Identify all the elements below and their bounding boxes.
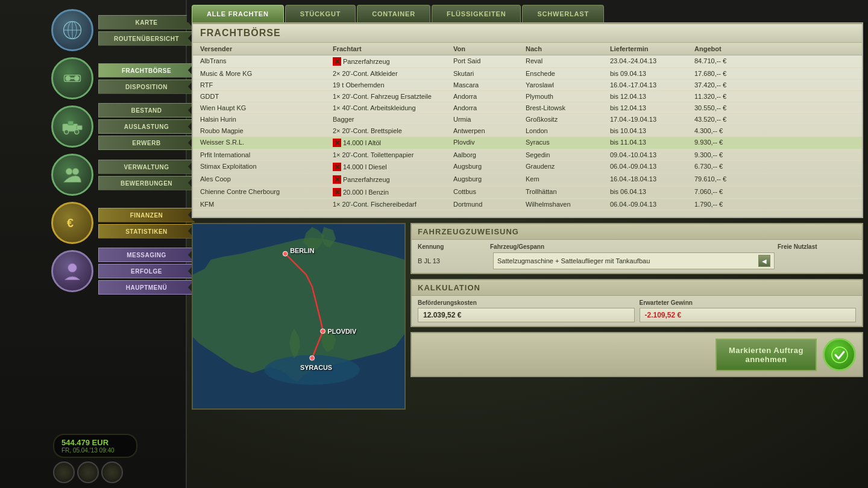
cell-nach: London [526,127,610,134]
svg-point-19 [283,251,288,256]
nav-btn-bewerbungen[interactable]: BEWERBUNGEN [98,176,195,190]
tab-schwerlast[interactable]: SCHWERLAST [522,5,604,22]
nav-btn-auslastung[interactable]: AUSLASTUNG [98,119,195,134]
cell-frachtart: ✕Panzerfahrzeug [333,57,453,66]
svg-point-11 [75,130,79,134]
cell-nach: Wilhelmshaven [526,201,610,208]
cell-nach: Plymouth [526,93,610,100]
freight-table[interactable]: AlbTrans ✕Panzerfahrzeug Port Said Reval… [193,55,862,217]
nav-btn-verwaltung[interactable]: VERWALTUNG [98,160,195,174]
nav-btn-hauptmenu[interactable]: HAUPTMENÜ [98,280,195,295]
nav-icon-map[interactable] [51,9,93,51]
svg-point-13 [66,168,72,175]
table-row[interactable]: Wien Haupt KG 1× 40'-Cont. Arbeitskleidu… [193,102,862,114]
cell-angebot: 4.300,-- € [694,127,755,134]
nav-section-map: KARTE ROUTENÜBERSICHT [0,9,186,51]
money-area: 544.479 EUR FR, 05.04.'13 09:40 [53,434,137,483]
table-row[interactable]: RTF 19 t Oberhemden Mascara Yaroslawl 16… [193,80,862,91]
svg-point-5 [74,76,80,81]
nav-btn-karte[interactable]: KARTE [98,15,195,30]
nav-btn-routenuebersicht[interactable]: ROUTENÜBERSICHT [98,31,195,46]
cell-versender: Chienne Contre Cherbourg [200,188,333,196]
danger-icon: ✕ [333,139,341,147]
cell-frachtart: 1× 40'-Cont. Arbeitskleidung [333,104,453,111]
cell-termin: bis 12.04.13 [610,104,694,111]
tab-container[interactable]: CONTAINER [357,5,430,22]
nav-labels-freight: FRACHTBÖRSE DISPOSITION [98,63,195,94]
nav-btn-frachtboerse[interactable]: FRACHTBÖRSE [98,63,195,78]
nav-icon-finance[interactable]: € [51,202,93,244]
accept-circle-btn[interactable] [823,338,856,371]
control-btn-1[interactable] [53,461,75,483]
accept-button[interactable]: Markierten Auftrag annehmen [715,339,817,371]
cell-nach: Großkositz [526,116,610,123]
cell-nach: Reval [526,57,610,66]
kalk-gewinn-label: Erwarteter Gewinn [640,299,857,306]
table-row[interactable]: Music & More KG 2× 20'-Cont. Altkleider … [193,68,862,80]
cell-angebot: 84.710,-- € [694,57,755,66]
control-btn-3[interactable] [101,461,123,483]
vehicle-nav-btn[interactable]: ◀ [758,255,770,267]
table-row[interactable]: AlbTrans ✕Panzerfahrzeug Port Said Reval… [193,55,862,68]
nav-btn-statistiken[interactable]: STATISTIKEN [98,224,195,239]
svg-text:€: € [67,216,74,230]
cell-versender: Prfit International [200,151,333,158]
cell-versender: AlbTrans [200,57,333,66]
nav-btn-bestand[interactable]: BESTAND [98,103,195,117]
cell-von: Augsburg [453,163,526,171]
table-row[interactable]: GDDT 1× 20'-Cont. Fahrzeug Ersatzteile A… [193,91,862,102]
nav-icon-mgmt[interactable] [51,154,93,196]
cell-angebot: 1.790,-- € [694,201,755,208]
table-row[interactable]: Weisser S.R.L. ✕14.000 l Altöl Plovdiv S… [193,137,862,149]
accept-line1: Markierten Auftrag [729,346,804,355]
tab-stueckgut[interactable]: STÜCKGUT [285,5,356,22]
nav-btn-finanzen[interactable]: FINANZEN [98,208,195,222]
danger-icon: ✕ [333,175,341,184]
col-termin: Liefertermin [610,45,694,52]
table-row[interactable]: KFM 1× 20'-Cont. Fischereibedarf Dortmun… [193,199,862,210]
cell-angebot: 37.420,-- € [694,81,755,89]
svg-point-4 [65,76,71,81]
nav-section-mgmt: VERWALTUNG BEWERBUNGEN [0,154,186,196]
cell-nach: Yaroslawl [526,81,610,89]
cell-versender: Wien Haupt KG [200,104,333,111]
table-row[interactable]: Ales Coop ✕Panzerfahrzeug Augsburg Kem 1… [193,174,862,186]
vehicle-header: Kennung Fahrzeug/Gespann Freie Nutzlast [418,243,856,250]
accept-line2: annehmen [729,355,804,364]
control-btn-2[interactable] [77,461,99,483]
nav-btn-messaging[interactable]: MESSAGING [98,248,195,262]
nav-btn-erwerb[interactable]: ERWERB [98,136,195,150]
cell-von: Andorra [453,93,526,100]
kalkulation-panel: KALKULATION Beförderungskosten 12.039,52… [410,279,863,327]
table-row[interactable]: Prfit International 1× 20'-Cont. Toilett… [193,149,862,161]
nav-icon-user[interactable] [51,250,93,292]
col-von: Von [453,45,526,52]
nav-icon-fleet[interactable] [51,105,93,148]
nav-icon-freight[interactable] [51,57,93,99]
nav-btn-erfolge[interactable]: ERFOLGE [98,264,195,278]
table-row[interactable]: Halsin Hurin Bagger Urmia Großkositz 17.… [193,114,862,125]
table-row[interactable]: Chienne Contre Cherbourg ✕20.000 l Benzi… [193,186,862,199]
kalkulation-grid: Beförderungskosten 12.039,52 € Erwartete… [412,296,862,326]
cell-termin: 06.04.-09.04.13 [610,201,694,208]
cell-nach: Segedin [526,151,610,158]
vehicle-fahrzeug-input[interactable]: Sattelzugmaschine + Sattelauflieger mit … [493,252,775,269]
nav-btn-disposition[interactable]: DISPOSITION [98,80,195,94]
tab-fluessigkeiten[interactable]: FLÜSSIGKEITEN [432,5,521,22]
cell-versender: KFM [200,201,333,208]
tab-alle-frachten[interactable]: ALLE FRACHTEN [192,5,284,22]
frachtboerse-panel: FRACHTBÖRSE Versender Frachtart Von Nach… [192,22,863,218]
cell-angebot: 43.520,-- € [694,116,755,123]
table-row[interactable]: Stimax Exploitation ✕14.000 l Diesel Aug… [193,161,862,174]
table-row[interactable]: Roubo Magpie 2× 20'-Cont. Brettspiele An… [193,125,862,137]
svg-text:PLOVDIV: PLOVDIV [327,328,356,335]
cell-termin: 17.04.-19.04.13 [610,116,694,123]
accept-area: Markierten Auftrag annehmen [412,333,862,376]
fahrzeugzuweisung-panel: FAHRZEUGZUWEISUNG Kennung Fahrzeug/Gespa… [410,223,863,274]
cell-nach: Kem [526,175,610,184]
cell-angebot: 11.320,-- € [694,93,755,100]
vehicle-kennung: B JL 13 [418,257,490,264]
accept-section: Markierten Auftrag annehmen [410,332,863,377]
svg-point-16 [68,263,77,272]
cell-angebot: 79.610,-- € [694,175,755,184]
